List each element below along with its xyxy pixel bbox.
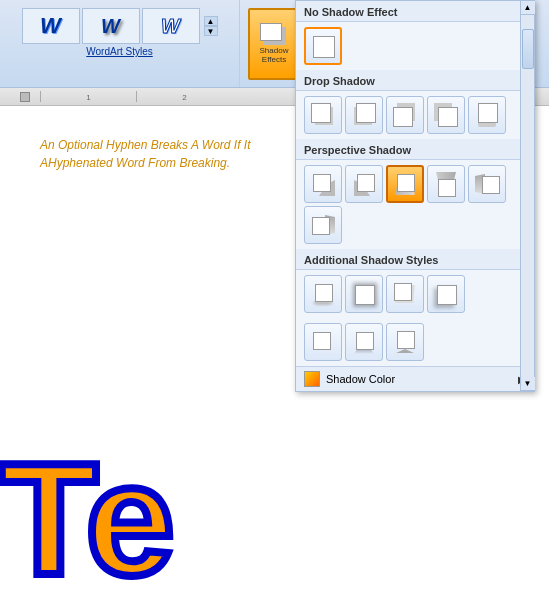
shadow-option-none[interactable] bbox=[304, 27, 342, 65]
perspective-shadow-section-title: Perspective Shadow bbox=[296, 139, 534, 160]
shadow-option-persp-sel[interactable] bbox=[386, 165, 424, 203]
scroll-up-arrow[interactable]: ▲ bbox=[521, 1, 535, 15]
wordart-scroll-arrows[interactable]: ▲ ▼ bbox=[204, 16, 218, 36]
shadow-icon-add6 bbox=[352, 330, 376, 354]
shadow-icon-box bbox=[260, 23, 282, 41]
additional-shadow-grid-1 bbox=[296, 270, 534, 318]
ruler-marks: 1 2 bbox=[30, 91, 232, 102]
shadow-icon-add5 bbox=[311, 330, 335, 354]
ruler-mark-2: 2 bbox=[136, 91, 232, 102]
shadow-effects-label: ShadowEffects bbox=[260, 47, 289, 65]
shadow-icon-drop-tr bbox=[393, 103, 417, 127]
shadow-icon-drop-tl bbox=[434, 103, 458, 127]
shadow-option-persp-br[interactable] bbox=[304, 165, 342, 203]
scrollbar-thumb[interactable] bbox=[522, 29, 534, 69]
shadow-option-add7[interactable] bbox=[386, 323, 424, 361]
shadow-color-label: Shadow Color bbox=[326, 373, 395, 385]
shadow-icon-add1 bbox=[311, 282, 335, 306]
no-shadow-section-title: No Shadow Effect bbox=[296, 1, 534, 22]
shadow-icon-add7 bbox=[393, 330, 417, 354]
additional-shadow-section-title: Additional Shadow Styles bbox=[296, 249, 534, 270]
ruler-origin bbox=[20, 92, 30, 102]
drop-shadow-grid bbox=[296, 91, 534, 139]
wordart-style-3[interactable]: W bbox=[142, 8, 200, 44]
shadow-option-drop-tr[interactable] bbox=[386, 96, 424, 134]
shadow-icon-persp-br bbox=[311, 172, 335, 196]
shadow-icon-drop-b bbox=[475, 103, 499, 127]
shadow-color-swatch-icon bbox=[304, 371, 320, 387]
shadow-option-persp-tr[interactable] bbox=[427, 165, 465, 203]
wordart-scroll-down[interactable]: ▼ bbox=[204, 26, 218, 36]
doc-text-line2: AHyphenated Word From Breaking. bbox=[40, 156, 230, 170]
shadow-icon-persp-sel bbox=[393, 172, 417, 196]
no-shadow-grid bbox=[296, 22, 534, 70]
shadow-color-footer[interactable]: Shadow Color ▶ bbox=[296, 366, 534, 391]
shadow-effects-dropdown: ▲ ▼ No Shadow Effect Drop Shadow Perspec… bbox=[295, 0, 535, 392]
shadow-option-add6[interactable] bbox=[345, 323, 383, 361]
shadow-icon-add4 bbox=[434, 282, 458, 306]
shadow-option-none-icon bbox=[311, 34, 335, 58]
shadow-icon-persp-bl bbox=[352, 172, 376, 196]
dropdown-scrollbar[interactable]: ▲ ▼ bbox=[520, 1, 534, 391]
wordart-style-2[interactable]: W bbox=[82, 8, 140, 44]
shadow-option-drop-bl[interactable] bbox=[345, 96, 383, 134]
shadow-effects-icon bbox=[260, 23, 288, 45]
shadow-option-persp-r[interactable] bbox=[304, 206, 342, 244]
shadow-icon-persp-l bbox=[475, 172, 499, 196]
shadow-icon-add2 bbox=[352, 282, 376, 306]
wordart-section: W W W ▲ ▼ WordArt Styles bbox=[0, 0, 240, 87]
shadow-option-add2[interactable] bbox=[345, 275, 383, 313]
big-te-text: Te bbox=[0, 439, 175, 599]
additional-shadow-grid-2 bbox=[296, 318, 534, 366]
wordart-styles-row: W W W ▲ ▼ bbox=[22, 8, 218, 44]
shadow-option-drop-b[interactable] bbox=[468, 96, 506, 134]
perspective-shadow-grid bbox=[296, 160, 534, 249]
wordart-style-1[interactable]: W bbox=[22, 8, 80, 44]
scroll-down-arrow[interactable]: ▼ bbox=[521, 377, 535, 391]
shadow-option-add1[interactable] bbox=[304, 275, 342, 313]
shadow-icon-persp-tr bbox=[434, 172, 458, 196]
shadow-icon-drop-br bbox=[311, 103, 335, 127]
shadow-option-add4[interactable] bbox=[427, 275, 465, 313]
doc-text-line1: An Optional Hyphen Breaks A Word If It bbox=[40, 138, 251, 152]
shadow-option-persp-l[interactable] bbox=[468, 165, 506, 203]
shadow-effects-button[interactable]: ShadowEffects bbox=[248, 8, 300, 80]
shadow-option-drop-br[interactable] bbox=[304, 96, 342, 134]
shadow-icon-persp-r bbox=[311, 213, 335, 237]
shadow-option-drop-tl[interactable] bbox=[427, 96, 465, 134]
wordart-scroll-up[interactable]: ▲ bbox=[204, 16, 218, 26]
shadow-option-add3[interactable] bbox=[386, 275, 424, 313]
shadow-icon-add3 bbox=[393, 282, 417, 306]
wordart-section-label[interactable]: WordArt Styles bbox=[86, 46, 153, 57]
shadow-icon-drop-bl bbox=[352, 103, 376, 127]
shadow-option-persp-bl[interactable] bbox=[345, 165, 383, 203]
ruler-mark-1: 1 bbox=[40, 91, 136, 102]
drop-shadow-section-title: Drop Shadow bbox=[296, 70, 534, 91]
shadow-option-add5[interactable] bbox=[304, 323, 342, 361]
